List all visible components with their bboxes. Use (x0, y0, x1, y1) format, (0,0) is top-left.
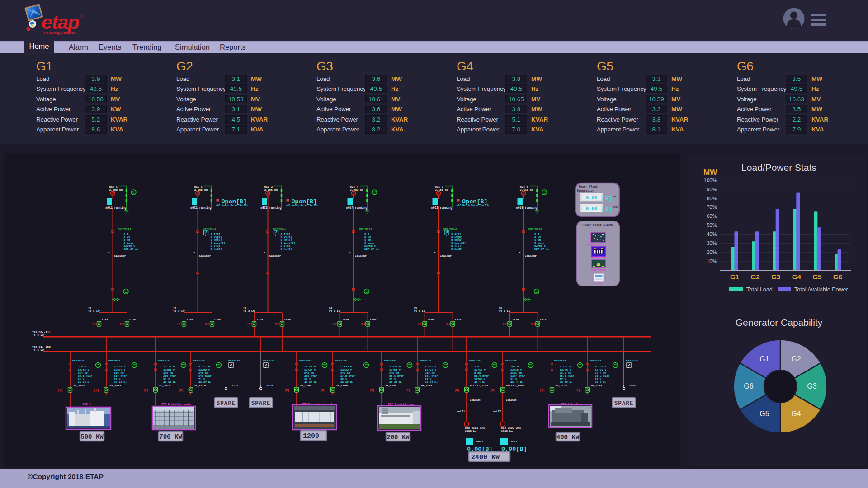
svg-text:70%: 70% (707, 204, 717, 210)
svg-text:8.111 A: 8.111 A (198, 365, 210, 368)
svg-text:[M]: [M] (530, 323, 535, 326)
svg-text:132A: 132A (102, 318, 108, 321)
svg-text:S2_287b: S2_287b (194, 384, 206, 387)
svg-text:285A: 285A (266, 384, 273, 387)
svg-text:111b: 111b (231, 384, 238, 387)
svg-text:0.00: 0.00 (586, 195, 597, 201)
svg-text:nmr*mGt1: nmr*mGt1 (118, 227, 132, 230)
svg-text:CpS919+: CpS919+ (470, 399, 481, 402)
svg-text:78 %: 78 % (114, 378, 121, 381)
svg-text:Power Plant: Power Plant (579, 185, 598, 188)
svg-text:10%: 10% (707, 258, 717, 264)
svg-text:5.6 A: 5.6 A (78, 365, 86, 368)
svg-text:13712 V: 13712 V (474, 368, 486, 371)
svg-text:14: 14 (329, 307, 332, 310)
svg-text:13708 V: 13708 V (198, 368, 210, 371)
svg-text:mcc-9193-1A1: mcc-9193-1A1 (465, 427, 485, 430)
svg-text:37.8 kVar: 37.8 kVar (340, 375, 355, 378)
svg-text:SPARE: SPARE (614, 400, 634, 407)
svg-text:8 kW: 8 kW (474, 371, 481, 375)
svg-text:50%: 50% (707, 222, 717, 228)
svg-text:13881 V: 13881 V (163, 368, 175, 371)
svg-text:mmr114b: mmr114b (299, 359, 311, 362)
svg-text:40%: 40% (707, 231, 717, 237)
svg-text:548 kW: 548 kW (304, 371, 314, 375)
svg-text:80%: 80% (707, 196, 717, 201)
svg-text:30%: 30% (707, 240, 717, 246)
svg-text:S2_197a: S2_197a (159, 384, 170, 387)
svg-text:161 A: 161 A (510, 365, 519, 368)
svg-text:[M]: [M] (94, 389, 99, 392)
svg-text:215 kW: 215 kW (425, 371, 435, 375)
svg-text:216 kVar: 216 kVar (163, 375, 176, 378)
svg-text:11: 11 (88, 307, 92, 310)
svg-text:G3: G3 (771, 273, 780, 281)
svg-text:mGC Watch Meter Switch: mGC Watch Meter Switch (457, 204, 489, 207)
svg-text:[M]: [M] (333, 323, 338, 326)
svg-text:nmr*mGC2: nmr*mGC2 (443, 227, 457, 230)
svg-text:operation: operation (591, 256, 605, 259)
svg-text:mmr111b: mmr111b (228, 359, 240, 362)
svg-text:6: 6 (519, 251, 521, 254)
svg-text:[M]: [M] (418, 323, 423, 326)
svg-text:CaS1kkr: CaS1kkr (199, 254, 211, 258)
svg-text:mGC Watch Meter Switch: mGC Watch Meter Switch (286, 204, 318, 207)
svg-text:CaS1kkr: CaS1kkr (355, 254, 367, 258)
svg-text:mmr287b: mmr287b (193, 359, 205, 362)
svg-text:CpS929+: CpS929+ (506, 399, 518, 402)
svg-text:3.156 km: 3.156 km (194, 188, 208, 192)
svg-text:G3: G3 (807, 382, 816, 390)
svg-text:S6_115a: S6_115a (555, 384, 567, 387)
svg-text:253A: 253A (129, 318, 136, 321)
svg-text:mmr288a: mmr288a (505, 359, 517, 362)
svg-text:13716 V: 13716 V (510, 368, 522, 371)
svg-text:mmr298b: mmr298b (626, 359, 638, 362)
svg-text:[M]: [M] (503, 323, 508, 326)
svg-text:[M]: [M] (247, 323, 252, 326)
svg-text:298b: 298b (629, 384, 636, 387)
svg-text:[M]: [M] (454, 389, 459, 392)
svg-text:G2: G2 (751, 273, 760, 281)
svg-text:S1_288b: S1_288b (73, 384, 85, 387)
svg-text:nmr*mGC1: nmr*mGC1 (203, 227, 217, 230)
svg-text:286A: 286A (284, 318, 291, 321)
svg-text:mmr284b: mmr284b (335, 359, 347, 362)
svg-text:116A: 116A (257, 318, 264, 321)
svg-text:15: 15 (414, 307, 417, 310)
svg-text:mGt-1: mGt-1 (109, 185, 118, 188)
svg-text:13.8 kV: 13.8 kV (32, 334, 44, 337)
svg-text:8.455 A: 8.455 A (425, 365, 437, 368)
svg-text:2: 2 (193, 251, 195, 254)
svg-text:294A: 294A (370, 318, 377, 321)
svg-text:G6: G6 (833, 273, 842, 281)
svg-text:4: 4 (349, 251, 351, 254)
svg-text:mmr211a: mmr211a (590, 359, 601, 362)
svg-text:5.833 A: 5.833 A (389, 365, 401, 368)
svg-text:mot1: mot1 (476, 440, 483, 443)
svg-text:13.8 kV: 13.8 kV (88, 310, 100, 313)
svg-text:728-5Gr-252: 728-5Gr-252 (32, 346, 51, 349)
svg-text:[M]: [M] (92, 323, 97, 326)
svg-text:13722 V: 13722 V (340, 368, 352, 371)
svg-text:8 Hz[B]: 8 Hz[B] (451, 248, 462, 251)
svg-text:Generator Capability: Generator Capability (736, 317, 823, 328)
svg-text:[M]: [M] (369, 389, 374, 392)
svg-text:[M]: [M] (575, 389, 580, 392)
svg-text:500 KW: 500 KW (80, 433, 104, 441)
svg-text:etap: etap (42, 11, 79, 33)
svg-text:55.1 kVar: 55.1 kVar (389, 375, 404, 378)
svg-text:81 %: 81 % (595, 378, 602, 381)
svg-text:nmr*mGC3: nmr*mGC3 (273, 227, 287, 230)
svg-text:85 %: 85 % (389, 378, 396, 381)
svg-text:6.867 A: 6.867 A (114, 365, 126, 368)
svg-text:16.18 A: 16.18 A (163, 365, 175, 368)
svg-text:81.8 kW: 81.8 kW (560, 371, 571, 375)
svg-text:8 Hz[B]: 8 Hz[B] (281, 248, 292, 251)
svg-text:13765 V: 13765 V (78, 368, 90, 371)
svg-text:[B]: [B] (601, 206, 612, 213)
svg-text:Mtr131_112a: Mtr131_112a (470, 384, 488, 387)
svg-text:1.767 A: 1.767 A (560, 365, 571, 368)
svg-text:test watch: test watch (590, 268, 606, 272)
svg-text:G4: G4 (791, 410, 801, 418)
svg-text:81 %: 81 % (510, 378, 517, 381)
